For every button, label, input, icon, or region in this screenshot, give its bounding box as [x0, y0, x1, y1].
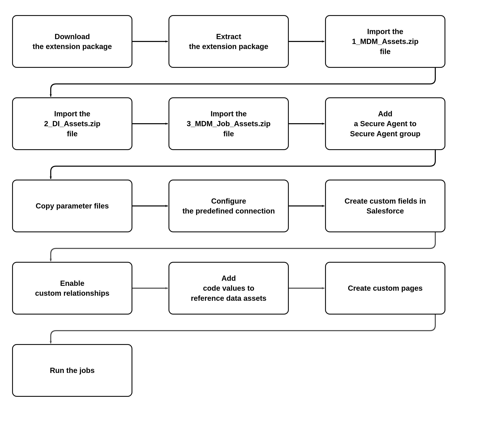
step-box-12: Create custom pages — [325, 262, 445, 314]
step-box-1: Downloadthe extension package — [12, 15, 132, 68]
step-text: Downloadthe extension package — [33, 32, 112, 51]
step-box-6: Adda Secure Agent toSecure Agent group — [325, 97, 445, 150]
step-text: Extractthe extension package — [189, 32, 268, 51]
step-text: Configurethe predefined connection — [182, 196, 275, 216]
step-text: Create custom pages — [348, 283, 423, 293]
step-box-11: Addcode values toreference data assets — [169, 262, 289, 314]
step-text: Adda Secure Agent toSecure Agent group — [350, 109, 420, 139]
step-box-2: Extractthe extension package — [169, 15, 289, 68]
step-box-4: Import the2_DI_Assets.zipfile — [12, 97, 132, 150]
step-box-7: Copy parameter files — [12, 180, 132, 232]
step-box-3: Import the1_MDM_Assets.zipfile — [325, 15, 445, 68]
step-box-13: Run the jobs — [12, 344, 132, 397]
step-text: Addcode values toreference data assets — [191, 273, 266, 303]
step-text: Import the3_MDM_Job_Assets.zipfile — [187, 109, 271, 139]
step-text: Copy parameter files — [36, 201, 109, 211]
step-box-10: Enablecustom relationships — [12, 262, 132, 314]
step-box-8: Configurethe predefined connection — [169, 180, 289, 232]
step-box-9: Create custom fields inSalesforce — [325, 180, 445, 232]
step-text: Import the1_MDM_Assets.zipfile — [352, 26, 419, 56]
flowchart-canvas: Downloadthe extension packageExtractthe … — [0, 0, 504, 428]
step-text: Run the jobs — [50, 365, 94, 375]
step-box-5: Import the3_MDM_Job_Assets.zipfile — [169, 97, 289, 150]
step-text: Import the2_DI_Assets.zipfile — [44, 109, 100, 139]
step-text: Enablecustom relationships — [35, 278, 110, 298]
step-text: Create custom fields inSalesforce — [345, 196, 426, 216]
